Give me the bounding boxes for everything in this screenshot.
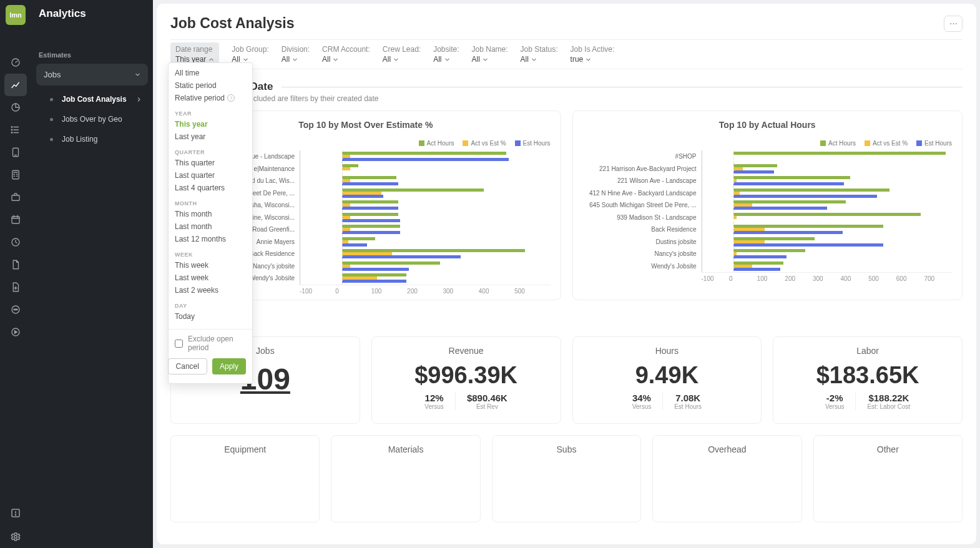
sidebar-item-jobs-over-by-geo[interactable]: Jobs Over by Geo bbox=[42, 109, 149, 129]
cancel-button[interactable]: Cancel bbox=[168, 358, 207, 374]
calendar-icon[interactable] bbox=[4, 208, 27, 231]
filter-label: CRM Account: bbox=[322, 45, 370, 54]
svg-point-10 bbox=[12, 306, 19, 313]
chart-bar-est bbox=[342, 243, 367, 247]
file-icon[interactable] bbox=[4, 253, 27, 276]
date-option-this-month[interactable]: This month bbox=[175, 208, 246, 220]
settings-icon[interactable] bbox=[4, 526, 27, 548]
exclude-open-period-input[interactable] bbox=[175, 340, 183, 348]
exclude-open-period-checkbox[interactable]: Exclude open period bbox=[175, 335, 246, 352]
overview-card-title: Labor bbox=[782, 346, 953, 356]
chart-card-1: Top 10 by Actual Hours Act Hours Act vs … bbox=[572, 110, 963, 300]
list-icon[interactable] bbox=[4, 119, 27, 141]
calc-icon[interactable] bbox=[4, 164, 27, 186]
overview-sub-label: Versus bbox=[632, 403, 652, 410]
overview-sub-label: Versus bbox=[424, 403, 444, 410]
chart-bar-act bbox=[733, 188, 889, 192]
apply-button[interactable]: Apply bbox=[212, 358, 246, 374]
svg-point-13 bbox=[17, 309, 18, 310]
chart-bar-est bbox=[342, 268, 409, 271]
date-option-last-month[interactable]: Last month bbox=[175, 220, 246, 233]
chart-bar-est bbox=[733, 182, 845, 185]
filter-division-[interactable]: Division:All bbox=[282, 45, 310, 64]
chart-line-icon[interactable] bbox=[4, 74, 27, 96]
filter-label: Job Group: bbox=[232, 45, 268, 54]
filter-label: Job Is Active: bbox=[571, 45, 615, 54]
play-icon[interactable] bbox=[4, 321, 27, 343]
device-icon[interactable] bbox=[4, 141, 27, 164]
chart-x-axis: -1000100200300400500 bbox=[300, 285, 551, 295]
filter-label: Crew Lead: bbox=[383, 45, 421, 54]
date-option-all-time[interactable]: All time bbox=[175, 67, 246, 79]
help-icon[interactable] bbox=[4, 502, 27, 524]
overview-sub-value: 7.08K bbox=[674, 393, 702, 403]
date-option-last-2-weeks[interactable]: Last 2 weeks bbox=[175, 284, 246, 296]
chart-row-item: 221 Harrison Ave-Backyard Project bbox=[583, 163, 953, 175]
filter-jobsite-[interactable]: Jobsite:All bbox=[433, 45, 459, 64]
sidebar-item-job-listing[interactable]: Job Listing bbox=[42, 129, 149, 149]
clock-icon[interactable] bbox=[4, 231, 27, 253]
svg-point-16 bbox=[15, 514, 16, 515]
chart-row-item: 412 N Hine Ave - Backyard Landscape bbox=[583, 187, 953, 200]
page-title: Job Cost Analysis bbox=[170, 15, 295, 32]
overview-card-value: 9.49K bbox=[582, 362, 753, 389]
date-option-this-week[interactable]: This week bbox=[175, 259, 246, 272]
filter-crm-account-[interactable]: CRM Account:All bbox=[322, 45, 370, 64]
date-group-quarter: QUARTER bbox=[175, 143, 246, 157]
svg-point-3 bbox=[11, 129, 12, 130]
filter-job-is-active-[interactable]: Job Is Active:true bbox=[571, 45, 615, 64]
chart-bar-act bbox=[733, 249, 805, 252]
chart-category-label: 645 South Michigan Street De Pere, ... bbox=[583, 202, 702, 208]
overview-sub-label: Est: Labor Cost bbox=[867, 403, 910, 410]
overview-card-value: $183.65K bbox=[782, 362, 953, 389]
overview-sub-value: $188.22K bbox=[867, 393, 910, 403]
chart-row-item: 939 Madison St - Landscape bbox=[583, 212, 953, 224]
filter-value: All bbox=[322, 55, 370, 64]
date-option-this-year[interactable]: This year bbox=[175, 118, 246, 130]
filter-job-group-[interactable]: Job Group:All bbox=[232, 45, 268, 64]
sidebar-item-job-cost-analysis[interactable]: Job Cost Analysis bbox=[42, 89, 149, 109]
chart-bar-est bbox=[342, 158, 509, 161]
filter-job-status-[interactable]: Job Status:All bbox=[521, 45, 558, 64]
chart-bar-est bbox=[342, 255, 461, 258]
file-plus-icon[interactable] bbox=[4, 276, 27, 298]
chat-icon[interactable] bbox=[4, 298, 27, 321]
exclude-open-period-label: Exclude open period bbox=[188, 335, 246, 352]
date-option-relative-period[interactable]: Relative period ? bbox=[175, 92, 246, 104]
chevron-down-icon bbox=[531, 57, 537, 62]
chart-bar-est bbox=[733, 268, 780, 271]
filter-label: Date range bbox=[175, 45, 214, 54]
chart-category-label: 939 Madison St - Landscape bbox=[583, 214, 702, 221]
date-option-last-12-months[interactable]: Last 12 months bbox=[175, 233, 246, 245]
date-option-last-year[interactable]: Last year bbox=[175, 130, 246, 143]
chart-row-item: Dustins jobsite bbox=[583, 236, 953, 248]
filter-bar: Date rangeThis yearJob Group:AllDivision… bbox=[170, 39, 963, 69]
filter-value: All bbox=[282, 55, 310, 64]
app-logo[interactable]: lmn bbox=[6, 5, 26, 25]
sidebar-parent-jobs[interactable]: Jobs bbox=[36, 64, 148, 86]
chevron-right-icon bbox=[136, 97, 142, 102]
date-option-this-quarter[interactable]: This quarter bbox=[175, 157, 246, 169]
date-option-last-week[interactable]: Last week bbox=[175, 272, 246, 284]
date-option-yesterday[interactable]: Yesterday bbox=[175, 323, 246, 325]
date-group-day: DAY bbox=[175, 296, 246, 310]
filter-crew-lead-[interactable]: Crew Lead:All bbox=[383, 45, 421, 64]
briefcase-icon[interactable] bbox=[4, 186, 27, 208]
overview-card-title: Equipment bbox=[180, 444, 310, 454]
date-group-week: WEEK bbox=[175, 245, 246, 259]
date-option-static-period[interactable]: Static period bbox=[175, 79, 246, 92]
chart-row-item: 645 South Michigan Street De Pere, ... bbox=[583, 199, 953, 212]
chevron-up-icon bbox=[208, 57, 214, 62]
section-subtitle: otes are reported, jobs included are fil… bbox=[170, 94, 963, 103]
chart-bar-est bbox=[342, 231, 400, 234]
overview-card-title: Overhead bbox=[662, 444, 792, 454]
filter-job-name-[interactable]: Job Name:All bbox=[472, 45, 508, 64]
gauge-icon[interactable] bbox=[4, 51, 27, 74]
pie-icon[interactable] bbox=[4, 96, 27, 119]
overview-card-title: Subs bbox=[501, 444, 632, 454]
date-option-last-4-quarters[interactable]: Last 4 quarters bbox=[175, 182, 246, 194]
more-button[interactable]: ⋯ bbox=[944, 16, 963, 32]
date-option-today[interactable]: Today bbox=[175, 310, 246, 323]
chart-bar-act bbox=[342, 200, 398, 203]
date-option-last-quarter[interactable]: Last quarter bbox=[175, 169, 246, 182]
